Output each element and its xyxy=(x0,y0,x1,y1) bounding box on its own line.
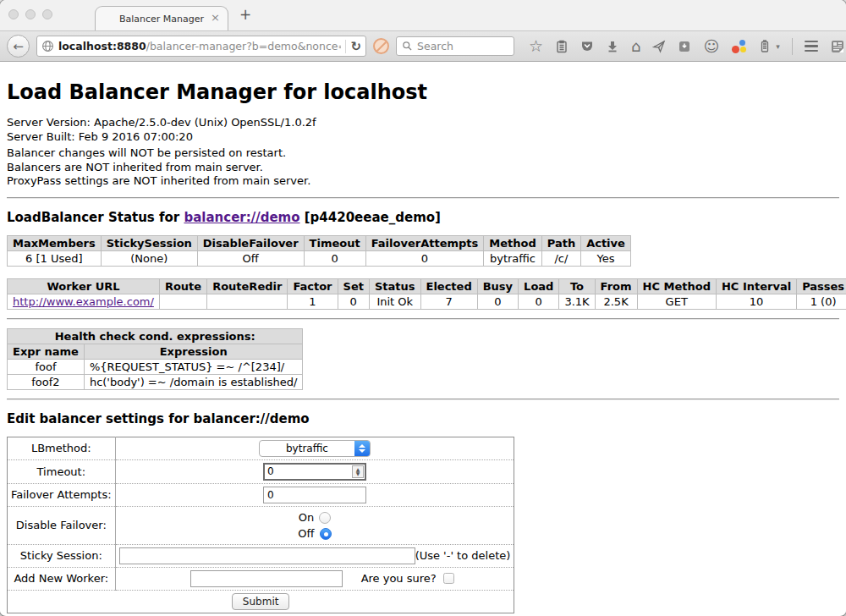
send-tab-icon[interactable] xyxy=(652,40,666,53)
minimize-window-button[interactable] xyxy=(25,9,36,19)
form-row-submit: Submit xyxy=(8,590,514,613)
radio-on-label: On xyxy=(299,511,314,524)
edit-settings-heading: Edit balancer settings for balancer://de… xyxy=(7,411,839,426)
add-worker-label: Add New Worker: xyxy=(8,567,116,590)
back-arrow-icon: ← xyxy=(13,39,24,54)
table-header-row: MaxMembers StickySession DisableFailover… xyxy=(8,235,631,250)
timeout-label: Timeout: xyxy=(8,459,116,483)
form-row-failover-attempts: Failover Attempts: xyxy=(8,483,514,506)
lbmethod-label: LBmethod: xyxy=(8,437,116,459)
url-path: /balancer-manager?b=demo&nonce=decc37be-… xyxy=(146,40,342,52)
toolbar-icons: ☆ ⌂ ☺ xyxy=(529,38,845,55)
reading-list-icon[interactable] xyxy=(555,40,569,53)
menu-icon[interactable] xyxy=(805,41,818,52)
screenshot-extension-icon[interactable] xyxy=(830,39,845,54)
blue-dot xyxy=(739,40,745,46)
number-spinner-icon[interactable]: ▲▼ xyxy=(352,465,364,478)
form-row-disable-failover: Disable Failover: On Off xyxy=(8,506,514,544)
worker-status-table: Worker URL Route RouteRedir Factor Set S… xyxy=(7,278,846,310)
select-stepper-icon xyxy=(354,441,370,456)
balancer-settings-form: LBmethod: bytraffic Timeout: ▲▼ xyxy=(7,437,514,613)
timeout-field-wrapper: ▲▼ xyxy=(263,463,366,481)
table-title-row: Health check cond. expressions: xyxy=(8,328,303,344)
table-row: 6 [1 Used] (None) Off 0 0 bytraffic /c/ … xyxy=(8,250,631,266)
sticky-session-input[interactable] xyxy=(119,547,415,564)
page-content: Load Balancer Manager for localhost Serv… xyxy=(0,62,846,615)
form-row-lbmethod: LBmethod: bytraffic xyxy=(8,437,514,459)
sticky-session-hint: (Use '-' to delete) xyxy=(415,549,511,562)
radio-off-label: Off xyxy=(298,527,314,540)
notice-persist: Balancer changes will NOT be persisted o… xyxy=(7,146,839,161)
health-table-title: Health check cond. expressions: xyxy=(8,328,303,344)
sticky-session-label: Sticky Session: xyxy=(8,544,116,567)
yellow-dot xyxy=(740,47,746,52)
globe-icon xyxy=(41,40,54,52)
disable-failover-label: Disable Failover: xyxy=(8,506,116,544)
overflow-caret-icon[interactable]: ▾ xyxy=(776,42,780,51)
notice-proxypass: ProxyPass settings are NOT inherited fro… xyxy=(7,174,839,189)
toolbar-divider xyxy=(792,38,793,55)
url-domain: localhost:8880 xyxy=(58,40,146,52)
close-window-button[interactable] xyxy=(8,9,19,19)
tab-close-icon[interactable]: × xyxy=(211,12,220,23)
download-box-icon[interactable] xyxy=(678,40,691,53)
submit-button[interactable]: Submit xyxy=(232,593,290,610)
form-row-sticky-session: Sticky Session: (Use '-' to delete) xyxy=(8,544,514,567)
section-divider xyxy=(7,318,839,320)
lbmethod-select[interactable]: bytraffic xyxy=(259,440,371,457)
notice-inherit: Balancers are NOT inherited from main se… xyxy=(7,161,839,175)
table-row: http://www.example.com/ 1 0 Init Ok 7 0 … xyxy=(8,294,846,309)
status-heading: LoadBalancer Status for balancer://demo … xyxy=(7,210,839,225)
tab-bar: Balancer Manager × + xyxy=(0,0,846,30)
container-extension-icon[interactable] xyxy=(758,40,772,53)
section-divider xyxy=(7,399,839,400)
feedback-smiley-icon[interactable]: ☺ xyxy=(703,39,719,54)
search-icon xyxy=(402,41,413,52)
table-header-row: Worker URL Route RouteRedir Factor Set S… xyxy=(8,278,846,294)
server-version: Server Version: Apache/2.5.0-dev (Unix) … xyxy=(7,116,839,130)
disable-failover-off-radio[interactable] xyxy=(320,528,332,540)
balancer-status-table: MaxMembers StickySession DisableFailover… xyxy=(7,235,631,267)
url-bar[interactable]: localhost:8880/balancer-manager?b=demo&n… xyxy=(36,36,366,57)
navigation-toolbar: ← localhost:8880/balancer-manager?b=demo… xyxy=(0,30,846,62)
failover-attempts-label: Failover Attempts: xyxy=(8,483,116,506)
table-row: foof %{REQUEST_STATUS} =~ /^[234]/ xyxy=(8,359,303,374)
add-worker-input[interactable] xyxy=(190,570,343,587)
form-row-add-worker: Add New Worker: Are you sure? xyxy=(8,567,514,590)
confirm-label: Are you sure? xyxy=(361,572,437,585)
downloads-icon[interactable] xyxy=(606,40,619,53)
search-input[interactable]: Search xyxy=(396,36,514,56)
colored-dots-extension-icon[interactable] xyxy=(731,40,746,53)
failover-attempts-input[interactable] xyxy=(263,487,366,503)
disable-failover-on-radio[interactable] xyxy=(319,512,331,524)
urlbar-divider xyxy=(345,40,346,53)
new-tab-button[interactable]: + xyxy=(239,6,251,23)
bookmark-star-icon[interactable]: ☆ xyxy=(529,38,543,54)
timeout-input[interactable] xyxy=(265,465,352,477)
tab-title: Balancer Manager xyxy=(119,14,204,25)
window-controls xyxy=(8,9,52,19)
browser-window: Balancer Manager × + ← localhost:8880/ba… xyxy=(0,0,846,616)
table-row: foof2 hc('body') =~ /domain is establish… xyxy=(8,374,303,389)
page-title: Load Balancer Manager for localhost xyxy=(7,80,839,104)
table-header-row: Expr name Expression xyxy=(8,344,303,359)
red-dot xyxy=(732,46,739,53)
search-placeholder: Search xyxy=(417,40,453,52)
balancer-demo-link[interactable]: balancer://demo xyxy=(184,210,299,225)
health-check-table: Health check cond. expressions: Expr nam… xyxy=(7,328,303,390)
server-built: Server Built: Feb 9 2016 07:00:20 xyxy=(7,130,839,145)
reload-icon[interactable]: ↻ xyxy=(350,39,361,54)
lbmethod-selected-value: bytraffic xyxy=(260,443,354,454)
form-row-timeout: Timeout: ▲▼ xyxy=(8,459,514,483)
confirm-checkbox[interactable] xyxy=(443,573,454,584)
pocket-icon[interactable] xyxy=(580,40,594,53)
worker-url-link[interactable]: http://www.example.com/ xyxy=(13,295,154,308)
tab-balancer-manager[interactable]: Balancer Manager × xyxy=(95,6,228,30)
back-button[interactable]: ← xyxy=(7,35,30,58)
url-text: localhost:8880/balancer-manager?b=demo&n… xyxy=(58,40,341,52)
content-blocked-icon[interactable] xyxy=(373,38,389,54)
section-divider xyxy=(7,197,839,199)
home-icon[interactable]: ⌂ xyxy=(631,39,640,54)
zoom-window-button[interactable] xyxy=(42,9,52,19)
